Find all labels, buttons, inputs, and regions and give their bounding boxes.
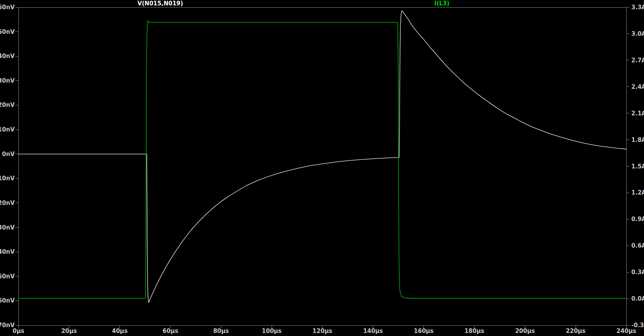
- y-left-tick-label-8: -20nV: [0, 200, 15, 206]
- y-right-tick-label-10: 0.3A: [631, 269, 644, 276]
- y-right-tick-label-1: 3.0A: [631, 30, 644, 37]
- y-left-tick-label-6: 0nV: [2, 151, 15, 158]
- y-right-tick-label-2: 2.7A: [631, 57, 644, 64]
- x-tick-label-4: 80µs: [204, 328, 238, 334]
- y-left-tick-label-9: -30nV: [0, 224, 15, 231]
- y-right-tick-label-8: 0.9A: [631, 216, 644, 223]
- x-tick-label-11: 220µs: [558, 328, 593, 334]
- plot-svg: [0, 0, 644, 336]
- x-tick-label-9: 180µs: [457, 328, 492, 334]
- y-right-tick-label-5: 1.8A: [631, 136, 644, 143]
- trace-label-i-l3-[interactable]: I(L3): [400, 0, 484, 7]
- trace-label-v-n015-n019-[interactable]: V(N015,N019): [118, 0, 202, 7]
- plot-area[interactable]: [18, 7, 626, 325]
- y-left-tick-label-2: 40nV: [0, 53, 15, 60]
- y-left-tick-label-1: 50nV: [0, 28, 15, 35]
- y-left-tick-label-4: 20nV: [0, 101, 15, 108]
- x-tick-label-2: 40µs: [103, 328, 137, 334]
- y-right-tick-label-3: 2.4A: [631, 83, 644, 90]
- x-tick-label-0: 0µs: [1, 328, 36, 334]
- x-tick-label-8: 160µs: [407, 328, 441, 334]
- y-left-tick-label-3: 30nV: [0, 77, 15, 84]
- x-tick-label-10: 200µs: [508, 328, 542, 334]
- y-left-tick-label-10: -40nV: [0, 248, 15, 255]
- y-left-tick-label-5: 10nV: [0, 126, 15, 133]
- x-tick-label-5: 100µs: [254, 328, 289, 334]
- y-right-tick-label-7: 1.2A: [631, 189, 644, 196]
- y-left-tick-label-0: 60nV: [0, 4, 15, 11]
- x-tick-label-1: 20µs: [52, 328, 86, 334]
- y-right-tick-label-9: 0.6A: [631, 242, 644, 249]
- waveform-viewer-pane: 60nV50nV40nV30nV20nV10nV0nV-10nV-20nV-30…: [0, 0, 644, 336]
- y-left-tick-label-11: -50nV: [0, 273, 15, 280]
- y-left-tick-label-12: -60nV: [0, 297, 15, 304]
- y-left-tick-label-7: -10nV: [0, 175, 15, 182]
- y-right-tick-label-4: 2.1A: [631, 110, 644, 117]
- x-tick-label-6: 120µs: [305, 328, 340, 334]
- y-right-tick-label-0: 3.3A: [631, 4, 644, 11]
- x-tick-label-3: 60µs: [153, 328, 188, 334]
- x-tick-label-7: 140µs: [356, 328, 390, 334]
- y-right-tick-label-11: 0.0A: [631, 295, 644, 302]
- y-right-tick-label-6: 1.5A: [631, 163, 644, 170]
- x-tick-label-12: 240µs: [609, 328, 644, 334]
